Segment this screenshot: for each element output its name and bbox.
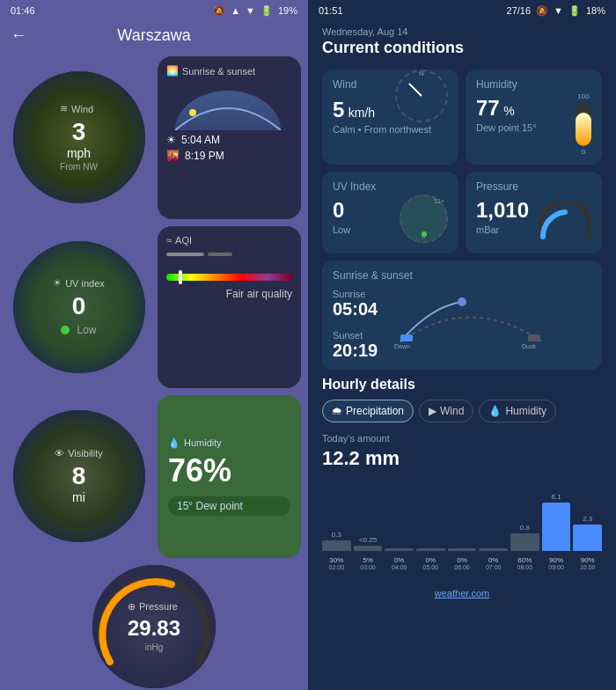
uv-dot: [61, 326, 70, 334]
bar-value: 0.8: [520, 519, 530, 532]
time-label: 06:00: [448, 564, 477, 570]
time-label: 04:00: [385, 564, 414, 570]
humidity-drop-icon: 💧: [168, 437, 180, 449]
pct-label: 0%: [416, 556, 445, 564]
hourly-bar-col: [416, 534, 445, 551]
sunrise-widget[interactable]: 🌅 Sunrise & sunset: [158, 56, 301, 219]
humidity-widget[interactable]: 💧 Humidity 76% 15° Dew point: [158, 395, 301, 558]
right-battery-icon: 🔋: [568, 5, 581, 17]
hourly-label-col: 90%09:00: [542, 556, 571, 570]
left-time: 01:46: [11, 5, 35, 16]
bar: [322, 540, 351, 551]
pressure-card: Pressure Low High 1,010 mBar: [466, 172, 602, 253]
hourly-bar-col: 0.3: [322, 526, 351, 551]
time-label: 09:00: [542, 564, 571, 570]
pressure-gauge-visual: Low High: [539, 202, 591, 245]
svg-point-4: [458, 297, 466, 306]
uv-icon: ☀: [53, 277, 62, 289]
aqi-widget[interactable]: ≈ AQI Fair air quality: [158, 226, 301, 389]
pct-label: 30%: [322, 556, 351, 564]
today-amount-label: Today's amount: [322, 433, 602, 444]
right-header: Wednesday, Aug 14 Current conditions: [308, 21, 616, 70]
sunrise-chart: Dawn 04:23 Dusk 20:59: [392, 289, 591, 341]
pct-label: 0%: [448, 556, 477, 564]
wind-widget[interactable]: ≋ Wind 3 mph From NW: [7, 56, 150, 219]
aqi-wave-icon: ≈: [166, 235, 172, 246]
sunrise-item: Sunrise 05:04: [333, 289, 378, 319]
bar: [354, 546, 383, 551]
sunrise-sun-icon: ☀: [166, 134, 176, 146]
aqi-bar: [166, 274, 292, 281]
pct-label: 90%: [573, 556, 602, 564]
uv-visual: 11+ 0: [400, 195, 448, 243]
humidity-card: Humidity 100 0 77 % Dew point 15°: [466, 70, 602, 165]
pressure-card-title: Pressure: [476, 180, 591, 193]
hourly-bar-col: 0.8: [510, 519, 539, 551]
precipitation-icon: 🌧: [332, 405, 342, 417]
weather-com-link[interactable]: weather.com: [308, 581, 616, 606]
hourly-bar-col: 6.1: [542, 488, 571, 551]
svg-point-1: [189, 109, 196, 116]
bar-value: 6.1: [551, 488, 561, 501]
sunset-icon: 🌇: [166, 150, 180, 162]
left-status-bar: 01:46 🔕 ▲ ▼ 🔋 19%: [0, 0, 308, 21]
hourly-title: Hourly details: [322, 377, 602, 393]
hourly-bar-col: [385, 534, 414, 551]
svg-text:Dawn: Dawn: [394, 343, 410, 349]
left-header: ← Warszawa: [0, 21, 308, 49]
tab-humidity[interactable]: 💧 Humidity: [479, 400, 556, 422]
sunrise-arc: [166, 82, 290, 130]
sunrise-section: Sunrise & sunset Sunrise 05:04 Sunset 20…: [322, 261, 602, 370]
uv-widget[interactable]: ☀ UV index 0 Low: [7, 226, 150, 389]
visibility-icon: 👁: [55, 448, 64, 459]
wifi-icon: ▼: [246, 5, 255, 16]
right-date: Wednesday, Aug 14: [322, 26, 602, 37]
right-mute-icon: 🔕: [536, 5, 548, 17]
aqi-title: ≈ AQI: [166, 235, 292, 246]
hourly-labels: 30%02:005%03:000%04:000%05:000%06:000%07…: [322, 556, 602, 570]
pressure-gauge-svg: Low High: [539, 202, 591, 241]
pressure-widget[interactable]: ⊕ Pressure 29.83 inHg: [7, 565, 301, 653]
bar: [542, 503, 571, 551]
left-status-icons: 🔕 ▲ ▼ 🔋 19%: [213, 5, 297, 17]
sunrise-left: Sunrise 05:04 Sunset 20:19: [333, 289, 378, 361]
bar-value: 0.3: [332, 526, 341, 539]
humidity-title: 💧 Humidity: [168, 437, 290, 449]
back-button[interactable]: ←: [11, 26, 26, 45]
right-battery-pct: 18%: [586, 5, 605, 16]
conditions-grid: Wind N 5 km/h Calm • From northwest Humi…: [308, 70, 616, 261]
hourly-label-col: 0%06:00: [448, 556, 477, 570]
wind-arrow: [408, 83, 422, 97]
pct-label: 0%: [385, 556, 414, 564]
right-panel: 01:51 27/16 🔕 ▼ 🔋 18% Wednesday, Aug 14 …: [308, 0, 616, 690]
svg-text:Dusk: Dusk: [522, 343, 536, 349]
battery-icon: 🔋: [260, 5, 273, 17]
right-signal: 27/16: [507, 5, 532, 16]
uv-card: UV Index 11+ 0 0 Low: [322, 172, 458, 253]
hourly-label-col: 60%08:00: [510, 556, 539, 570]
tab-wind[interactable]: ▶ Wind: [419, 400, 473, 422]
humidity-pill-container: 100 0: [576, 92, 591, 156]
time-label: 10:00: [573, 564, 602, 570]
right-status-bar: 01:51 27/16 🔕 ▼ 🔋 18%: [308, 0, 616, 21]
right-time: 01:51: [319, 5, 343, 16]
tab-precipitation[interactable]: 🌧 Precipitation: [322, 400, 414, 422]
hourly-bar-col: [479, 534, 508, 551]
svg-rect-5: [400, 334, 413, 341]
widgets-grid: ≋ Wind 3 mph From NW 🌅 Sunrise & sunset: [0, 49, 308, 690]
bar: [479, 548, 508, 551]
visibility-widget[interactable]: 👁 Visibility 8 mi: [7, 395, 150, 558]
bar-value: <0.25: [359, 532, 377, 544]
bar: [416, 548, 445, 551]
pct-label: 5%: [354, 556, 383, 564]
bar: [448, 548, 477, 551]
sunrise-times: ☀ 5:04 AM 🌇 8:19 PM: [166, 134, 292, 162]
bar-value: 2.3: [583, 510, 592, 523]
hourly-section: Hourly details 🌧 Precipitation ▶ Wind 💧 …: [322, 377, 602, 574]
hourly-label-col: 30%02:00: [322, 556, 351, 570]
humidity-card-title: Humidity: [476, 78, 591, 91]
hourly-bars: 0.3<0.250.86.12.3: [322, 481, 602, 551]
wind-icon: ≋: [60, 103, 68, 114]
bar: [510, 533, 539, 551]
wind-compass: N: [395, 70, 448, 122]
